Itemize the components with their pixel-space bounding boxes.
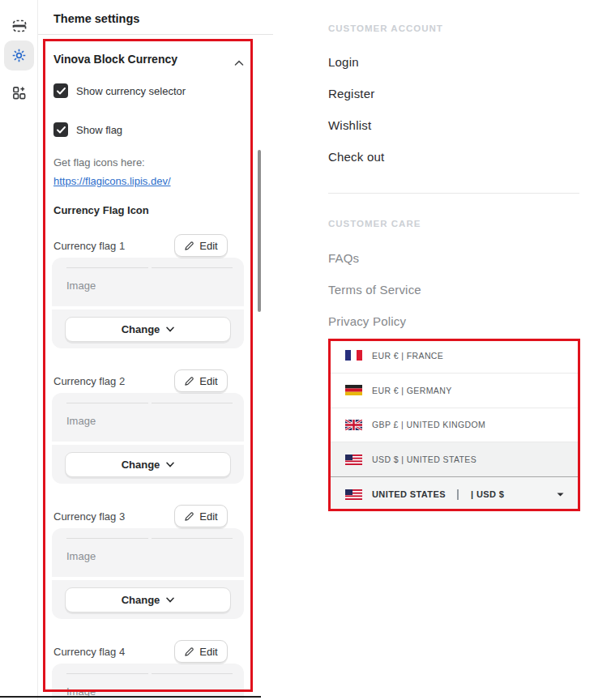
image-placeholder-label: Image — [66, 415, 96, 427]
change-button[interactable]: Change — [65, 317, 231, 342]
currency-option-france[interactable]: EUR € | FRANCE — [328, 339, 580, 373]
chevron-up-icon[interactable] — [234, 55, 244, 70]
placeholder-divider — [66, 267, 233, 268]
card-bottom: Change — [52, 309, 244, 348]
link-register[interactable]: Register — [328, 87, 374, 100]
placeholder-divider — [66, 538, 233, 539]
panel-title: Theme settings — [53, 12, 139, 25]
currency-flag-group-3: Currency flag 3 Edit Image Change — [38, 508, 273, 623]
checkbox-checked-icon[interactable] — [53, 122, 68, 137]
currency-option-label: EUR € | GERMANY — [372, 386, 452, 395]
image-picker-card: Image Change — [52, 528, 244, 619]
image-placeholder-area[interactable]: Image — [52, 258, 244, 306]
currency-option-label: EUR € | FRANCE — [372, 351, 443, 361]
checkbox-row-show-currency-selector: Show currency selector — [53, 83, 186, 98]
dropdown-caret-icon[interactable] — [557, 493, 564, 497]
united-states-flag-icon — [345, 455, 362, 465]
france-flag-icon — [345, 350, 362, 361]
currency-selected-row[interactable]: UNITED STATES| USD $ — [328, 477, 580, 511]
currency-flag-icon-heading: Currency Flag Icon — [53, 204, 149, 216]
checkbox-label: Show flag — [76, 124, 122, 136]
app-embeds-icon[interactable] — [4, 78, 34, 108]
edit-button[interactable]: Edit — [174, 234, 228, 257]
image-placeholder-label: Image — [66, 280, 96, 292]
currency-flag-group-1: Currency flag 1 Edit Image Change — [38, 237, 273, 352]
flag-icons-link[interactable]: https://flagicons.lipis.dev/ — [53, 175, 171, 187]
link-privacy-policy[interactable]: Privacy Policy — [328, 314, 406, 328]
customer-care-heading: CUSTOMER CARE — [328, 219, 421, 228]
link-wishlist[interactable]: Wishlist — [328, 118, 371, 132]
united-kingdom-flag-icon — [345, 420, 362, 430]
sections-icon[interactable] — [4, 11, 34, 41]
currency-option-germany[interactable]: EUR € | GERMANY — [328, 373, 580, 408]
gear-icon[interactable] — [4, 41, 34, 70]
image-placeholder-area[interactable]: Image — [52, 393, 244, 442]
panel-scrollbar[interactable] — [258, 150, 261, 312]
pencil-icon — [184, 241, 194, 251]
currency-option-united-states[interactable]: USD $ | UNITED STATES — [328, 442, 580, 477]
edit-button-label: Edit — [199, 510, 217, 523]
checkbox-checked-icon[interactable] — [53, 83, 68, 98]
edit-button-label: Edit — [199, 375, 217, 387]
change-button-label: Change — [122, 459, 160, 471]
section-title-vinova-block-currency: Vinova Block Currency — [53, 53, 177, 66]
edit-button[interactable]: Edit — [174, 640, 228, 663]
text-cursor — [457, 489, 459, 500]
selected-label-country: UNITED STATES — [372, 489, 446, 499]
germany-flag-icon — [345, 385, 362, 395]
image-picker-card: Image Change — [52, 258, 244, 348]
currency-option-label: USD $ | UNITED STATES — [372, 455, 476, 464]
edit-button-label: Edit — [199, 646, 217, 658]
flag-group-label: Currency flag 2 — [53, 375, 125, 387]
placeholder-divider — [66, 673, 233, 674]
image-placeholder-area[interactable]: Image — [52, 528, 244, 577]
edit-button[interactable]: Edit — [174, 505, 228, 527]
link-login[interactable]: Login — [328, 55, 359, 69]
theme-settings-panel: Theme settings Vinova Block Currency Sho… — [38, 0, 273, 700]
image-placeholder-label: Image — [66, 550, 96, 562]
chevron-down-icon — [166, 597, 174, 603]
panel-bottom-edge — [0, 696, 261, 698]
customer-account-heading: CUSTOMER ACCOUNT — [328, 23, 443, 33]
checkbox-label: Show currency selector — [76, 85, 186, 97]
image-picker-card: Image Change — [52, 393, 244, 484]
flag-group-label: Currency flag 1 — [53, 240, 125, 252]
panel-header-divider — [38, 34, 273, 35]
flag-icons-hint-text: Get flag icons here: — [53, 156, 145, 169]
chevron-down-icon — [166, 327, 174, 332]
edit-button-label: Edit — [199, 240, 217, 252]
image-picker-card: Image — [52, 664, 244, 700]
united-states-flag-icon — [345, 489, 362, 500]
pencil-icon — [184, 376, 194, 386]
link-faqs[interactable]: FAQs — [328, 251, 359, 265]
flag-group-label: Currency flag 4 — [53, 646, 125, 658]
card-bottom: Change — [52, 580, 244, 619]
placeholder-divider — [66, 403, 233, 403]
flag-group-label: Currency flag 3 — [53, 510, 125, 523]
change-button[interactable]: Change — [65, 452, 231, 477]
pencil-icon — [184, 511, 194, 522]
footer-divider — [328, 193, 579, 194]
change-button-label: Change — [122, 594, 160, 606]
selected-label-currency: | USD $ — [471, 489, 504, 499]
image-placeholder-area[interactable]: Image — [52, 664, 244, 700]
currency-option-united-kingdom[interactable]: GBP £ | UNITED KINGDOM — [328, 408, 580, 443]
card-bottom: Change — [52, 445, 244, 484]
checkbox-row-show-flag: Show flag — [53, 122, 122, 137]
currency-selector-dropdown: EUR € | FRANCE EUR € | GERMANY GBP £ | U… — [328, 339, 580, 511]
edit-button[interactable]: Edit — [174, 369, 228, 392]
editor-icon-rail — [0, 0, 38, 700]
link-check-out[interactable]: Check out — [328, 150, 384, 164]
link-terms-of-service[interactable]: Terms of Service — [328, 283, 421, 297]
change-button[interactable]: Change — [65, 587, 231, 612]
currency-option-label: GBP £ | UNITED KINGDOM — [372, 420, 485, 429]
currency-flag-group-2: Currency flag 2 Edit Image Change — [38, 373, 273, 488]
pencil-icon — [184, 647, 194, 657]
storefront-preview: CUSTOMER ACCOUNT Login Register Wishlist… — [328, 0, 580, 700]
currency-flag-group-4: Currency flag 4 Edit Image — [38, 643, 273, 700]
chevron-down-icon — [166, 462, 174, 467]
change-button-label: Change — [122, 323, 160, 335]
